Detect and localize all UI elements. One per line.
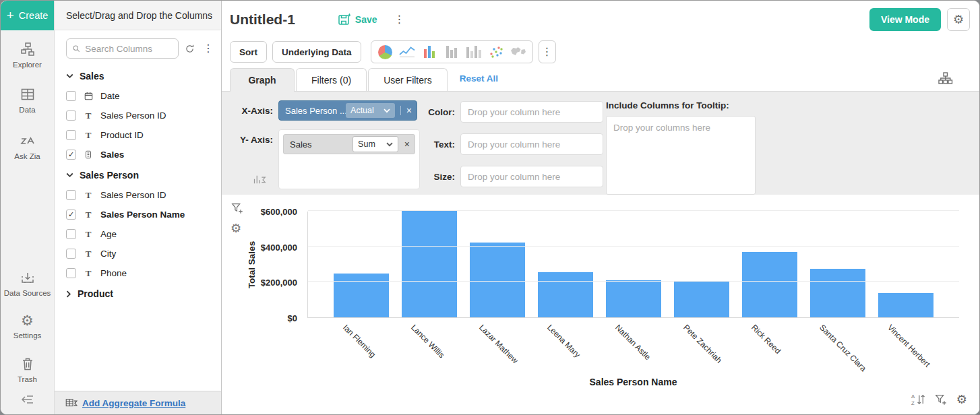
bar[interactable]	[878, 293, 933, 317]
checkbox[interactable]	[66, 150, 76, 160]
create-button[interactable]: + Create	[1, 1, 54, 30]
grouped-bar-chart-icon[interactable]	[463, 42, 485, 62]
checkbox[interactable]	[66, 249, 76, 259]
gear-icon: ⚙	[953, 12, 964, 27]
x-category-label: Leena Mary	[545, 323, 582, 360]
search-box[interactable]	[66, 38, 179, 59]
sidebar-item-label: Data	[19, 106, 35, 114]
column-label: Product ID	[100, 130, 144, 140]
column-item-city[interactable]: T City	[55, 244, 221, 263]
underlying-data-button[interactable]: Underlying Data	[272, 41, 361, 63]
sort-az-button[interactable]: AZ	[911, 393, 925, 406]
size-dropzone[interactable]: Drop your column here	[460, 166, 603, 187]
calendar-icon	[84, 91, 94, 101]
dropzone-placeholder: Drop your column here	[468, 107, 560, 117]
bar[interactable]	[674, 282, 729, 317]
column-group-sales[interactable]: Sales	[55, 65, 221, 86]
text-dropzone[interactable]: Drop your column here	[460, 133, 603, 155]
search-input[interactable]	[85, 44, 173, 54]
report-settings-button[interactable]: ⚙	[947, 8, 970, 31]
pie-chart-icon[interactable]	[374, 42, 396, 62]
chart-type-strip	[371, 40, 533, 63]
bar-chart-icon[interactable]	[419, 42, 441, 62]
columns-menu-button[interactable]: ⋮	[201, 43, 216, 54]
line-chart-icon[interactable]	[396, 42, 419, 62]
chart-panel: ⚙ Total Sales $0$200,000$400,000$600,000…	[222, 195, 979, 414]
checkbox[interactable]	[66, 268, 76, 278]
checkbox[interactable]	[66, 210, 76, 220]
y-axis-dropzone[interactable]: Sales Sum ×	[278, 129, 420, 189]
color-label: Color:	[425, 107, 455, 117]
chart-options-button[interactable]: ⚙	[956, 392, 967, 407]
checkbox[interactable]	[66, 110, 76, 121]
column-item-sales-person-id[interactable]: T Sales Person ID	[55, 106, 221, 125]
checkbox[interactable]	[66, 91, 76, 101]
chevron-down-icon	[384, 108, 390, 113]
sidebar-item-data-sources[interactable]: Data Sources	[1, 269, 54, 297]
scatter-chart-icon[interactable]	[485, 42, 508, 62]
save-button[interactable]: Save	[337, 12, 377, 27]
sidebar-item-label: Trash	[18, 375, 37, 383]
chart-filter-button[interactable]	[934, 393, 948, 406]
x-axis-mode-dropdown[interactable]: Actual	[346, 103, 395, 118]
sidebar-item-settings[interactable]: ⚙ Settings	[1, 313, 54, 340]
tab-graph[interactable]: Graph	[230, 68, 295, 92]
column-group-product[interactable]: Product	[55, 283, 221, 304]
column-label: Date	[100, 91, 120, 101]
checkbox[interactable]	[66, 130, 76, 140]
column-chart-gray-icon[interactable]	[441, 42, 463, 62]
y-axis-label: Y- Axis:	[228, 135, 273, 189]
more-chart-types-button[interactable]: ⋮	[539, 40, 556, 63]
y-axis-pill[interactable]: Sales Sum ×	[283, 134, 415, 154]
bar[interactable]	[742, 252, 797, 317]
dropzone-placeholder: Drop your column here	[468, 172, 560, 182]
x-axis-pill[interactable]: Sales Person ... Actual ×	[278, 100, 417, 121]
bar[interactable]	[470, 243, 525, 317]
column-item-sp-name[interactable]: T Sales Person Name	[55, 205, 221, 224]
columns-tree: Sales Date T Sales Person ID T Product I…	[55, 63, 221, 391]
sidebar-item-explorer[interactable]: Explorer	[1, 41, 54, 69]
checkbox[interactable]	[66, 190, 76, 200]
nav-rail: + Create Explorer Data Ask Zia Data Sour…	[1, 1, 55, 414]
sidebar-item-trash[interactable]: Trash	[1, 356, 54, 383]
x-category-label: Santa Cruz Clara	[818, 323, 868, 373]
column-item-product-id[interactable]: T Product ID	[55, 125, 221, 145]
sidebar-item-data[interactable]: Data	[1, 86, 54, 114]
column-label: Sales Person ID	[100, 110, 166, 121]
column-item-age[interactable]: T Age	[55, 224, 221, 244]
color-dropzone[interactable]: Drop your column here	[460, 101, 603, 123]
bar[interactable]	[334, 274, 389, 317]
refresh-button[interactable]	[184, 43, 195, 55]
bar[interactable]	[606, 280, 661, 317]
remove-y-column-button[interactable]: ×	[404, 139, 410, 149]
column-item-sales[interactable]: Sales	[55, 145, 221, 164]
remove-x-column-button[interactable]: ×	[400, 106, 412, 115]
collapse-rail-button[interactable]	[1, 383, 54, 414]
sidebar-item-label: Settings	[13, 331, 42, 340]
tooltip-dropzone[interactable]: Drop your columns here	[606, 116, 756, 195]
bar[interactable]	[810, 269, 865, 317]
axis-config-panel: X-Axis: Sales Person ... Actual × Y- Axi…	[222, 91, 979, 195]
map-chart-icon[interactable]	[508, 42, 530, 62]
checkbox[interactable]	[66, 229, 76, 239]
tab-filters[interactable]: Filters (0)	[296, 68, 367, 91]
x-axis-mode-value: Actual	[350, 106, 374, 115]
bar[interactable]	[538, 272, 593, 317]
y-axis-aggregate-dropdown[interactable]: Sum	[353, 136, 398, 152]
reset-all-link[interactable]: Reset All	[460, 73, 498, 84]
column-group-sales-person[interactable]: Sales Person	[55, 164, 221, 185]
column-item-phone[interactable]: T Phone	[55, 263, 221, 283]
chart-toolbar: Sort Underlying Data	[222, 38, 979, 65]
column-item-sp-id[interactable]: T Sales Person ID	[55, 185, 221, 205]
tab-user-filters[interactable]: User Filters	[368, 68, 448, 91]
add-aggregate-formula-link[interactable]: Add Aggregate Formula	[82, 398, 185, 408]
layout-hierarchy-button[interactable]	[937, 70, 954, 86]
column-item-date[interactable]: Date	[55, 86, 221, 106]
sidebar-item-ask-zia[interactable]: Ask Zia	[1, 133, 54, 160]
sort-button[interactable]: Sort	[230, 41, 267, 63]
text-type-icon: T	[82, 268, 94, 279]
view-mode-button[interactable]: View Mode	[869, 8, 941, 31]
bar[interactable]	[402, 211, 457, 317]
report-menu-button[interactable]: ⋮	[392, 14, 407, 25]
sidebar-item-label: Data Sources	[4, 289, 51, 297]
